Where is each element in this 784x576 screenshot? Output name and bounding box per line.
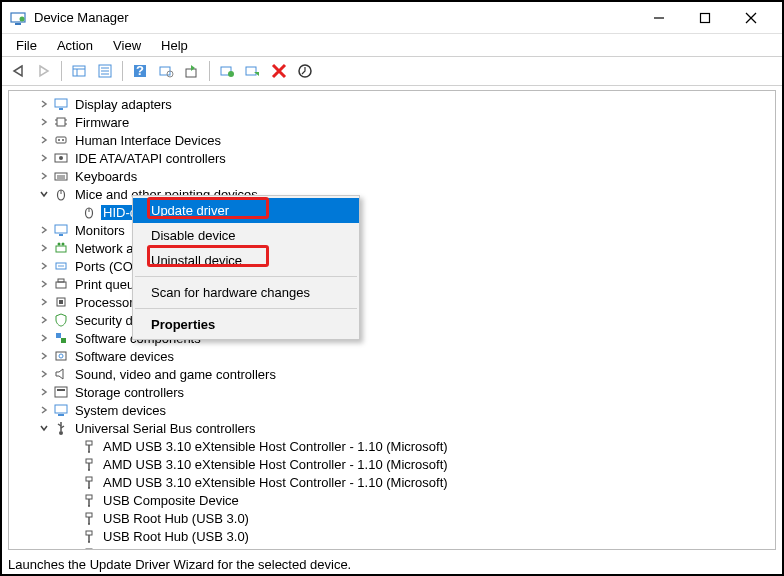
tree-item[interactable]: Sound, video and game controllers <box>9 365 775 383</box>
tree-item[interactable]: Security de <box>9 311 775 329</box>
update-driver-button[interactable] <box>180 59 204 83</box>
security-icon <box>53 312 69 328</box>
context-menu-item[interactable]: Properties <box>133 312 359 337</box>
mouse-icon <box>81 204 97 220</box>
tree-item[interactable]: HID-com <box>9 203 775 221</box>
help-button[interactable]: ? <box>128 59 152 83</box>
tree-item[interactable]: AMD USB 3.10 eXtensible Host Controller … <box>9 455 775 473</box>
usbctl-icon <box>81 438 97 454</box>
toolbar-separator <box>209 61 210 81</box>
svg-rect-61 <box>55 405 67 413</box>
device-tree[interactable]: Display adaptersFirmwareHuman Interface … <box>8 90 776 550</box>
svg-point-34 <box>59 156 63 160</box>
expand-arrow-icon[interactable] <box>37 277 51 291</box>
tree-item[interactable]: AMD USB 3.10 eXtensible Host Controller … <box>9 473 775 491</box>
printer-icon <box>53 276 69 292</box>
expand-arrow-icon[interactable] <box>37 421 51 435</box>
expand-arrow-icon[interactable] <box>37 331 51 345</box>
tree-item[interactable]: Mice and other pointing devices <box>9 185 775 203</box>
tree-item[interactable]: Ports (COM <box>9 257 775 275</box>
expand-arrow-icon[interactable] <box>37 97 51 111</box>
expand-arrow-icon[interactable] <box>37 241 51 255</box>
svg-rect-71 <box>86 477 92 481</box>
tree-item[interactable]: System devices <box>9 401 775 419</box>
tree-item-label: Sound, video and game controllers <box>73 367 278 382</box>
tree-item[interactable]: USB Composite Device <box>9 491 775 509</box>
properties-button[interactable] <box>93 59 117 83</box>
tree-item[interactable]: USB Root Hub (USB 3.0) <box>9 509 775 527</box>
svg-rect-54 <box>59 300 63 304</box>
menu-file[interactable]: File <box>8 36 45 55</box>
add-legacy-button[interactable] <box>293 59 317 83</box>
usbctl-icon <box>81 528 97 544</box>
expand-arrow-icon[interactable] <box>37 223 51 237</box>
menu-help[interactable]: Help <box>153 36 196 55</box>
disable-button[interactable] <box>241 59 265 83</box>
uninstall-button[interactable] <box>215 59 239 83</box>
tree-item[interactable]: Network ad <box>9 239 775 257</box>
expand-arrow-icon[interactable] <box>37 385 51 399</box>
network-icon <box>53 240 69 256</box>
expand-arrow-icon[interactable] <box>37 403 51 417</box>
expand-arrow-icon[interactable] <box>37 313 51 327</box>
tree-item[interactable]: IDE ATA/ATAPI controllers <box>9 149 775 167</box>
tree-item-label: AMD USB 3.10 eXtensible Host Controller … <box>101 475 450 490</box>
svg-point-31 <box>58 139 60 141</box>
remove-button[interactable] <box>267 59 291 83</box>
context-menu-item[interactable]: Scan for hardware changes <box>133 280 359 305</box>
svg-point-79 <box>88 523 90 525</box>
softdev-icon <box>53 348 69 364</box>
expand-arrow-icon[interactable] <box>37 259 51 273</box>
context-menu-item[interactable]: Disable device <box>133 223 359 248</box>
svg-point-63 <box>59 431 63 435</box>
tree-item-label: USB Root Hub (USB 3.0) <box>101 529 251 544</box>
menu-view[interactable]: View <box>105 36 149 55</box>
tree-item[interactable]: Processors <box>9 293 775 311</box>
svg-rect-62 <box>58 414 64 416</box>
svg-rect-55 <box>56 333 61 338</box>
maximize-button[interactable] <box>682 3 728 33</box>
close-button[interactable] <box>728 3 774 33</box>
expand-arrow-icon[interactable] <box>37 115 51 129</box>
context-menu-item[interactable]: Update driver <box>133 198 359 223</box>
toolbar-separator <box>122 61 123 81</box>
tree-item[interactable]: USB Root Hub (USB 3.0) <box>9 545 775 550</box>
expand-arrow-icon[interactable] <box>37 151 51 165</box>
tree-item[interactable]: Software components <box>9 329 775 347</box>
minimize-button[interactable] <box>636 3 682 33</box>
back-button[interactable] <box>6 59 30 83</box>
tree-item[interactable]: Universal Serial Bus controllers <box>9 419 775 437</box>
tree-item[interactable]: Human Interface Devices <box>9 131 775 149</box>
show-hide-console-button[interactable] <box>67 59 91 83</box>
svg-rect-52 <box>58 279 64 282</box>
tree-item[interactable]: Firmware <box>9 113 775 131</box>
storage-icon <box>53 384 69 400</box>
statusbar-text: Launches the Update Driver Wizard for th… <box>8 557 351 572</box>
svg-point-50 <box>62 265 64 267</box>
tree-item[interactable]: USB Root Hub (USB 3.0) <box>9 527 775 545</box>
context-menu-item[interactable]: Uninstall device <box>133 248 359 273</box>
svg-rect-60 <box>57 389 65 391</box>
menu-action[interactable]: Action <box>49 36 101 55</box>
tree-item[interactable]: AMD USB 3.10 eXtensible Host Controller … <box>9 437 775 455</box>
tree-item[interactable]: Storage controllers <box>9 383 775 401</box>
expand-arrow-icon[interactable] <box>37 367 51 381</box>
expand-arrow-icon[interactable] <box>37 349 51 363</box>
tree-item[interactable]: Keyboards <box>9 167 775 185</box>
expand-arrow-icon <box>65 457 79 471</box>
tree-item[interactable]: Print queue <box>9 275 775 293</box>
expand-arrow-icon[interactable] <box>37 133 51 147</box>
usbctl-icon <box>81 510 97 526</box>
tree-item[interactable]: Monitors <box>9 221 775 239</box>
forward-button[interactable] <box>32 59 56 83</box>
app-icon <box>10 10 26 26</box>
scan-hardware-button[interactable] <box>154 59 178 83</box>
svg-rect-4 <box>701 13 710 22</box>
expand-arrow-icon <box>65 475 79 489</box>
tree-item[interactable]: Display adapters <box>9 95 775 113</box>
expand-arrow-icon[interactable] <box>37 169 51 183</box>
chip-icon <box>53 114 69 130</box>
expand-arrow-icon[interactable] <box>37 295 51 309</box>
tree-item[interactable]: Software devices <box>9 347 775 365</box>
expand-arrow-icon[interactable] <box>37 187 51 201</box>
